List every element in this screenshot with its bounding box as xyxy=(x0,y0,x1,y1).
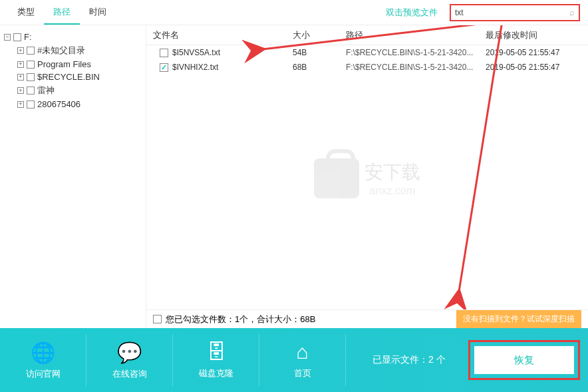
chat-icon: 💬 xyxy=(86,341,172,364)
col-size[interactable]: 大小 xyxy=(293,29,346,41)
home-icon: ⌂ xyxy=(259,341,345,363)
deep-scan-button[interactable]: 没有扫描到文件？试试深度扫描 xyxy=(456,310,581,328)
file-path: F:\$RECYCLE.BIN\S-1-5-21-3420... xyxy=(346,48,486,57)
row-checkbox[interactable] xyxy=(160,49,168,57)
tree-checkbox[interactable] xyxy=(27,100,35,108)
watermark: 安下载 anxz.com xyxy=(314,158,420,198)
tree-item[interactable]: + $RECYCLE.BIN xyxy=(4,71,142,83)
tree-checkbox[interactable] xyxy=(27,47,35,55)
row-checkbox[interactable] xyxy=(160,63,168,72)
home-button[interactable]: ⌂ 首页 xyxy=(259,334,346,386)
col-time[interactable]: 最后修改时间 xyxy=(486,29,588,41)
tree-checkbox[interactable] xyxy=(27,73,35,81)
file-size: 68B xyxy=(293,63,346,72)
file-time: 2019-05-05 21:55:47 xyxy=(486,63,588,72)
file-name: $I5NVS5A.txt xyxy=(172,48,220,57)
preview-hint: 双击预览文件 xyxy=(386,7,450,19)
database-icon: 🗄 xyxy=(173,341,259,363)
table-row[interactable]: $IVNHIX2.txt 68B F:\$RECYCLE.BIN\S-1-5-2… xyxy=(146,60,588,75)
online-chat-button[interactable]: 💬 在线咨询 xyxy=(86,334,173,387)
search-input[interactable] xyxy=(455,8,569,17)
table-row[interactable]: $I5NVS5A.txt 54B F:\$RECYCLE.BIN\S-1-5-2… xyxy=(146,45,588,60)
expand-icon[interactable]: + xyxy=(17,61,24,68)
table-header: 文件名 大小 路径 最后修改时间 xyxy=(146,25,588,45)
tab-type[interactable]: 类型 xyxy=(8,1,44,25)
disk-clone-button[interactable]: 🗄 磁盘克隆 xyxy=(173,334,259,386)
file-name: $IVNHIX2.txt xyxy=(172,63,218,72)
file-size: 54B xyxy=(293,48,346,57)
watermark-bag-icon xyxy=(314,158,359,198)
tree-item[interactable]: + #未知父目录 xyxy=(4,43,142,58)
file-time: 2019-05-05 21:55:47 xyxy=(486,48,588,57)
file-path: F:\$RECYCLE.BIN\S-1-5-21-3420... xyxy=(346,63,486,72)
expand-icon[interactable]: + xyxy=(17,87,24,94)
tab-time[interactable]: 时间 xyxy=(80,1,116,25)
select-all-checkbox[interactable] xyxy=(153,315,162,323)
tree-item[interactable]: + 雷神 xyxy=(4,83,142,98)
tree-root[interactable]: − F: xyxy=(4,31,142,43)
search-box[interactable]: ⌕ xyxy=(450,4,580,21)
expand-icon[interactable]: + xyxy=(17,74,24,81)
tree-checkbox[interactable] xyxy=(13,33,21,41)
tab-path[interactable]: 路径 xyxy=(44,1,80,25)
folder-tree[interactable]: − F: + #未知父目录 + Program Files + $RECYCLE… xyxy=(0,25,146,328)
tree-checkbox[interactable] xyxy=(27,61,35,69)
displayed-count: 已显示文件：2 个 xyxy=(372,354,446,366)
expand-icon[interactable]: + xyxy=(17,101,24,108)
col-name[interactable]: 文件名 xyxy=(146,29,293,41)
col-path[interactable]: 路径 xyxy=(346,29,486,41)
collapse-icon[interactable]: − xyxy=(4,34,11,41)
search-icon[interactable]: ⌕ xyxy=(569,7,575,17)
globe-icon: 🌐 xyxy=(0,341,86,364)
expand-icon[interactable]: + xyxy=(17,47,24,54)
visit-website-button[interactable]: 🌐 访问官网 xyxy=(0,334,86,387)
recover-button[interactable]: 恢复 xyxy=(474,346,574,374)
tree-item[interactable]: + 280675406 xyxy=(4,98,142,110)
summary-text: 您已勾选文件数：1个，合计大小：68B xyxy=(166,313,315,325)
tree-checkbox[interactable] xyxy=(27,87,35,95)
tree-item[interactable]: + Program Files xyxy=(4,58,142,71)
